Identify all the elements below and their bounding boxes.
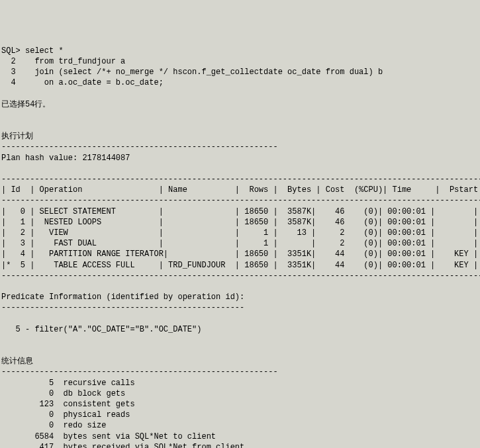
stats-row: 0 db block gets: [1, 389, 125, 398]
exec-plan-header: 执行计划: [1, 132, 33, 141]
exec-plan-dash: ----------------------------------------…: [1, 142, 278, 152]
sql-line-3: join (select /*+ no_merge */ hscon.f_get…: [16, 67, 383, 77]
predicate-filter-line: 5 - filter("A"."OC_DATE"="B"."OC_DATE"): [1, 325, 201, 334]
sql-linenum-2: 2: [1, 57, 16, 66]
sql-linenum-4: 4: [1, 78, 16, 87]
predicate-info-dash: ----------------------------------------…: [1, 303, 244, 312]
sql-linenum-3: 3: [1, 67, 16, 77]
plan-table-row: | 0 | SELECT STATEMENT | | 18650 | 3587K…: [1, 207, 480, 216]
plan-hash-value: Plan hash value: 2178144087: [1, 154, 130, 163]
plan-table-row: | 4 | PARTITION RANGE ITERATOR| | 18650 …: [1, 249, 480, 259]
stats-row: 0 physical reads: [1, 410, 130, 420]
sql-prompt: SQL>: [1, 46, 21, 56]
stats-row: 417 bytes received via SQL*Net from clie…: [1, 443, 244, 448]
plan-table-row: |* 5 | TABLE ACCESS FULL | TRD_FUNDJOUR …: [1, 261, 480, 270]
sql-line-4: on a.oc_date = b.oc_date;: [16, 78, 164, 87]
plan-table-row: | 2 | VIEW | | 1 | 13 | 2 (0)| 00:00:01 …: [1, 228, 480, 238]
plan-table-hline-mid: ----------------------------------------…: [1, 196, 480, 205]
stats-row: 6584 bytes sent via SQL*Net to client: [1, 432, 216, 441]
plan-table-row: | 3 | FAST DUAL | | 1 | | 2 (0)| 00:00:0…: [1, 239, 480, 248]
stats-row: 0 redo size: [1, 421, 106, 430]
stats-header: 统计信息: [1, 357, 33, 366]
sql-output-page: SQL> select * 2 from trd_fundjour a 3 jo…: [0, 43, 480, 448]
plan-table-hline-top: ----------------------------------------…: [1, 175, 480, 184]
stats-row: 5 recursive calls: [1, 379, 135, 388]
sql-line-2: from trd_fundjour a: [16, 57, 126, 66]
plan-table-header: | Id | Operation | Name | Rows | Bytes |…: [1, 185, 480, 195]
stats-dash: ----------------------------------------…: [1, 367, 278, 377]
sql-line-1: select *: [25, 46, 64, 56]
plan-table-hline-bot: ----------------------------------------…: [1, 271, 480, 281]
predicate-info-title: Predicate Information (identified by ope…: [1, 292, 244, 302]
rows-selected-msg: 已选择54行。: [1, 100, 50, 109]
stats-row: 123 consistent gets: [1, 400, 135, 409]
plan-table-row: | 1 | NESTED LOOPS | | 18650 | 3587K| 46…: [1, 218, 480, 227]
